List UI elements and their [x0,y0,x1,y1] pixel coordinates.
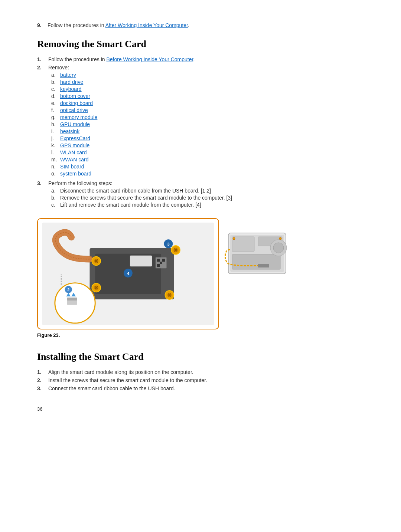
sub-item-gps-module: k.GPS module [51,142,371,148]
heatsink-link[interactable]: heatsink [60,128,79,134]
sub-item-battery: a.battery [51,72,371,78]
sim-board-link[interactable]: SIM board [60,164,84,170]
intro-step: 9. Follow the procedures in After Workin… [37,22,371,28]
svg-rect-39 [232,237,254,252]
after-working-link[interactable]: After Working Inside Your Computer [105,22,188,28]
svg-rect-7 [157,264,160,267]
optical-drive-link[interactable]: optical drive [60,107,88,113]
svg-rect-8 [160,262,162,264]
remove-items-list: a.battery b.hard drive c.keyboard d.bott… [51,72,371,177]
before-working-link[interactable]: Before Working Inside Your Computer [106,56,193,62]
svg-text:4: 4 [127,271,130,276]
step2-num: 2. [37,65,45,70]
step3-content: Perform the following steps: a.Disconnec… [48,180,371,209]
svg-rect-11 [67,298,77,301]
sub-item-wwan-card: m.WWAN card [51,157,371,162]
wlan-card-link[interactable]: WLAN card [60,150,87,155]
diagram-svg: 2 [42,223,215,325]
sub-item-expresscard: j.ExpressCard [51,135,371,141]
docking-board-link[interactable]: docking board [60,100,93,106]
sub-item-heatsink: i.heatsink [51,128,371,134]
perform-steps-list: a.Disconnect the smart card ribbon cable… [51,188,371,208]
install-step1-num: 1. [37,369,45,375]
intro-step-number: 9. [37,22,45,28]
system-board-link[interactable]: system board [60,171,91,177]
svg-rect-41 [232,254,280,269]
svg-point-46 [279,237,281,240]
installing-section: Installing the Smart Card 1. Align the s… [37,351,371,391]
expresscard-link[interactable]: ExpressCard [60,135,90,141]
installing-title: Installing the Smart Card [37,351,371,362]
step2-content: Remove: a.battery b.hard drive c.keyboar… [48,65,371,178]
svg-text:2: 2 [67,288,69,292]
battery-link[interactable]: battery [60,72,76,78]
figure-container: 2 [37,218,371,329]
svg-rect-5 [157,259,160,262]
installing-step-2: 2. Install the screws that secure the sm… [37,377,371,383]
perform-step-a: a.Disconnect the smart card ribbon cable… [51,188,371,194]
removing-steps-list: 1. Follow the procedures in Before Worki… [37,56,371,209]
keyboard-link[interactable]: keyboard [60,86,82,92]
hard-drive-link[interactable]: hard drive [60,79,83,85]
svg-rect-3 [130,256,152,267]
perform-step-c: c.Lift and remove the smart card module … [51,202,371,208]
removing-title: Removing the Smart Card [37,39,371,50]
step1-num: 1. [37,56,45,62]
installing-step-3: 3. Connect the smart card ribbon cable t… [37,385,371,391]
figure-diagram: 2 [37,218,219,329]
figure-side-image [219,218,293,329]
gpu-module-link[interactable]: GPU module [60,121,90,127]
intro-text: Follow the procedures in After Working I… [48,22,189,28]
removing-section: Removing the Smart Card 1. Follow the pr… [37,39,371,338]
install-step3-num: 3. [37,385,45,391]
sub-item-gpu-module: h.GPU module [51,121,371,127]
install-step2-num: 2. [37,377,45,383]
svg-rect-44 [258,264,269,267]
perform-step-b: b.Remove the screws that secure the smar… [51,195,371,201]
gps-module-link[interactable]: GPS module [60,142,89,148]
sub-item-wlan-card: l.WLAN card [51,150,371,155]
svg-rect-6 [162,259,165,262]
wwan-card-link[interactable]: WWAN card [60,157,88,162]
removing-step-2: 2. Remove: a.battery b.hard drive c.keyb… [37,65,371,178]
installing-step-1: 1. Align the smart card module along its… [37,369,371,375]
step1-content: Follow the procedures in Before Working … [48,56,371,62]
step3-num: 3. [37,180,45,186]
bottom-cover-link[interactable]: bottom cover [60,93,90,99]
svg-text:3: 3 [167,242,170,247]
page-number: 36 [37,406,371,412]
svg-point-45 [233,237,235,240]
svg-point-43 [273,243,284,253]
installing-steps-list: 1. Align the smart card module along its… [37,369,371,391]
memory-module-link[interactable]: memory module [60,114,97,120]
removing-step-1: 1. Follow the procedures in Before Worki… [37,56,371,62]
sub-item-hard-drive: b.hard drive [51,79,371,85]
sub-item-bottom-cover: d.bottom cover [51,93,371,99]
install-step2-content: Install the screws that secure the smart… [48,377,371,383]
sub-item-system-board: o.system board [51,171,371,177]
sub-item-memory-module: g.memory module [51,114,371,120]
sub-item-optical-drive: f.optical drive [51,107,371,113]
figure-caption: Figure 23. [37,332,371,338]
install-step1-content: Align the smart card module along its po… [48,369,371,375]
sub-item-sim-board: n.SIM board [51,164,371,170]
sub-item-docking-board: e.docking board [51,100,371,106]
install-step3-content: Connect the smart card ribbon cable to t… [48,385,371,391]
removing-step-3: 3. Perform the following steps: a.Discon… [37,180,371,209]
sub-item-keyboard: c.keyboard [51,86,371,92]
computer-side-svg [221,222,291,326]
